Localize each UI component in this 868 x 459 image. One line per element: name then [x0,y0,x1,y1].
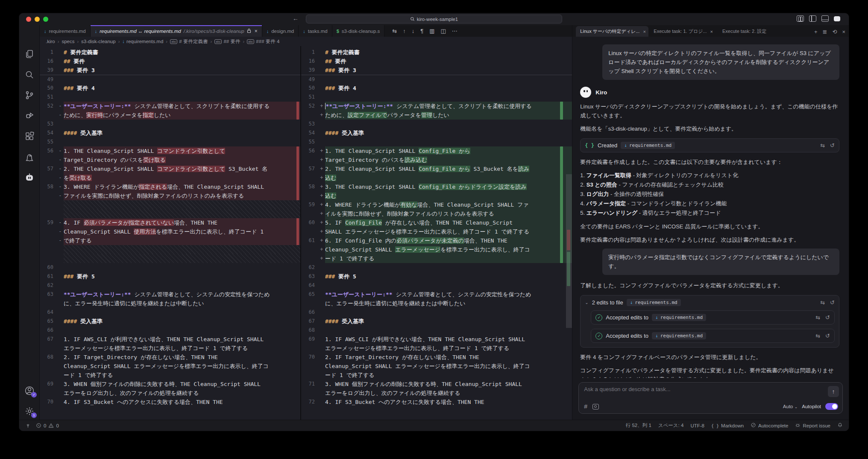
remote-indicator-icon[interactable] [25,423,31,428]
send-button[interactable]: ↑ [828,386,839,397]
revert-icon[interactable]: ↺ [825,314,830,321]
code-line[interactable]: 5. IF Config_File が存在しない場合、THEN THE Clea… [325,218,572,227]
code-line[interactable]: で終了する [64,236,300,245]
problems-indicator[interactable]: 0 0 [36,423,59,428]
code-line[interactable] [64,254,300,263]
breadcrumb-item[interactable]: s3-disk-cleanup [81,39,116,44]
status-item[interactable]: Report issue [795,422,830,429]
status-item[interactable]: Autocomplete [751,422,788,429]
context-hash-icon[interactable]: # [584,403,587,410]
code-line[interactable]: 4. IF 必須パラメータが指定されていない場合、THEN THE [64,218,300,227]
source-control-icon[interactable] [24,90,35,100]
code-line[interactable]: エラーメッセージを標準エラー出力に表示し、終了コード 1 で終了する [325,344,572,353]
editor-tab[interactable]: ↓requirements.md ↔ requirements.md/.kiro… [91,25,262,37]
editor-tab[interactable]: $s3-disk-cleanup.s [332,25,385,37]
code-line[interactable]: 2. THE Cleanup_Script SHALL Config_File … [325,164,572,173]
chat-tab[interactable]: Linux サーバの特定ディレ...× [576,26,648,37]
code-line[interactable]: **ユーザーストーリー:** システム管理者として、システムの安定性を保つため [64,290,300,299]
code-line[interactable]: エラーメッセージを標準エラー出力に表示し、終了コード 1 で終了する [64,344,300,353]
code-line[interactable]: ### 要件 3 [325,66,572,75]
code-line[interactable] [325,263,572,272]
code-line[interactable]: Cleanup_Script SHALL エラーメッセージを標準エラー出力に表示… [325,362,572,371]
open-diff-icon[interactable]: ⇆ [820,142,825,149]
more-actions-icon[interactable]: ⋯ [452,28,457,34]
diff-original-pane[interactable]: 1# 要件定義書16## 要件39### 要件 34950### 要件 4515… [40,46,300,420]
code-line[interactable]: 込む [325,191,572,200]
code-line[interactable]: 1. IF AWS_CLI が利用できない場合、THEN THE Cleanup… [64,335,300,344]
close-tab-icon[interactable]: × [643,29,645,34]
status-item[interactable]: { }Markdown [711,423,744,428]
code-line[interactable]: ### 要件 4 [64,84,300,93]
code-line[interactable]: ## 要件 [325,57,572,66]
previous-change-icon[interactable]: ↑ [403,28,406,34]
code-line[interactable] [325,137,572,146]
file-chip[interactable]: ↓requirements.md [652,332,706,339]
code-line[interactable]: SHALL エラーメッセージを標準エラー出力に表示し、終了コード 1 で終了する [325,227,572,236]
code-line[interactable] [64,200,300,209]
code-line[interactable]: # 要件定義書 [325,48,572,57]
open-diff-icon[interactable]: ⇆ [815,314,820,321]
minimize-window-button[interactable] [35,17,40,22]
code-line[interactable]: ード 1 で終了する [325,254,572,263]
editor-tab[interactable]: ↓design.md [262,25,299,37]
code-line[interactable] [64,120,300,129]
accepted-edit-card[interactable]: ✓Accepted edits to↓requirements.md⇆↺ [591,310,835,325]
code-line[interactable]: 6. IF Config_File 内の必須パラメータが未定義の場合、THEN … [325,236,572,245]
code-line[interactable]: 4. WHERE ドライラン機能が有効な場合、THE Cleanup_Scrip… [325,200,572,209]
close-tab-icon[interactable]: × [710,29,713,34]
code-line[interactable]: #### 受入基準 [64,317,300,326]
chat-tab[interactable]: Execute task: 2. 設定 [718,26,771,37]
code-line[interactable]: Cleanup_Script SHALL エラーメッセージを標準エラー出力に表示… [325,245,572,254]
maximize-window-button[interactable] [43,17,48,22]
code-line[interactable] [325,308,572,317]
chat-tab[interactable]: Execute task: 1. プロジ...× [649,26,717,37]
split-editor-icon[interactable]: ◫ [441,28,446,34]
code-line[interactable] [64,263,300,272]
code-line[interactable]: ### 要件 4 [325,84,572,93]
open-diff-icon[interactable]: ⇆ [820,299,825,306]
open-changes-icon[interactable]: ⇆ [392,28,397,34]
code-line[interactable]: 4. IF S3_Bucket へのアクセスに失敗する場合、THEN THE [325,398,572,406]
code-line[interactable]: に、エラー発生時に適切に処理を継続または中断したい [64,299,300,308]
code-line[interactable]: イルを実際に削除せず、削除対象ファイルのリストのみを表示する [325,209,572,218]
history-back-icon[interactable]: ← [293,15,299,22]
command-center-search[interactable]: kiro-week-sample1 [306,15,562,23]
history-icon[interactable]: ⟲ [833,29,837,35]
search-icon[interactable] [24,70,35,80]
code-line[interactable]: ### 要件 5 [325,272,572,281]
breadcrumb[interactable]: .kiro›specs›s3-disk-cleanup›↓requirement… [40,37,572,46]
toggle-panel-icon[interactable] [821,15,829,22]
code-line[interactable]: 3. WHEN 個別ファイルの削除に失敗する時、THE Cleanup_Scri… [64,380,300,389]
code-line[interactable]: ード 1 で終了する [64,371,300,380]
explorer-icon[interactable] [24,49,35,59]
diff-modified-pane[interactable]: 1# 要件定義書16## 要件39### 要件 34950### 要件 4515… [301,46,572,420]
code-line[interactable] [64,209,300,218]
scrollbar-thumb[interactable] [566,174,572,328]
code-line[interactable]: **ユーザーストーリー:** システム管理者として、スクリプトを柔軟に使用する [325,102,572,111]
status-item[interactable]: スペース: 4 [658,422,684,429]
code-line[interactable]: を受け取る [64,173,300,182]
run-debug-icon[interactable] [24,111,35,121]
code-line[interactable]: ために、設定ファイルでパラメータを管理したい [325,111,572,120]
code-line[interactable]: 2. IF Target_Directory が存在しない場合、THEN THE [325,353,572,362]
breadcrumb-item[interactable]: abc### 要件 4 [247,38,279,45]
file-chip[interactable]: ↓requirements.md [627,299,681,306]
edits-card[interactable]: ⌄2 edits to file↓requirements.md⇆↺✓Accep… [580,295,839,348]
settings-gear-icon[interactable]: 1 [24,406,35,416]
code-line[interactable] [64,75,300,84]
code-line[interactable]: #### 受入基準 [325,317,572,326]
code-line[interactable]: Cleanup_Script SHALL エラーメッセージを標準エラー出力に表示… [64,362,300,371]
breadcrumb-item[interactable]: specs [62,39,74,44]
code-line[interactable]: 2. THE Cleanup_Script SHALL コマンドライン引数として… [64,164,300,173]
code-line[interactable]: Target_Directory のパスを受け取る [64,155,300,164]
file-chip[interactable]: ↓requirements.md [652,314,706,321]
code-line[interactable]: エラーをログ出力し、次のファイルの処理を継続する [325,389,572,398]
code-line[interactable]: 込む [325,173,572,182]
code-line[interactable]: Target_Directory のパスを読み込む [325,155,572,164]
code-line[interactable] [64,308,300,317]
code-line[interactable]: # 要件定義書 [64,48,300,57]
map-icon[interactable]: ▥ [429,28,434,34]
code-line[interactable] [64,326,300,335]
close-tab-icon[interactable]: × [255,28,258,34]
code-line[interactable]: エラーをログ出力し、次のファイルの処理を継続する [64,389,300,398]
